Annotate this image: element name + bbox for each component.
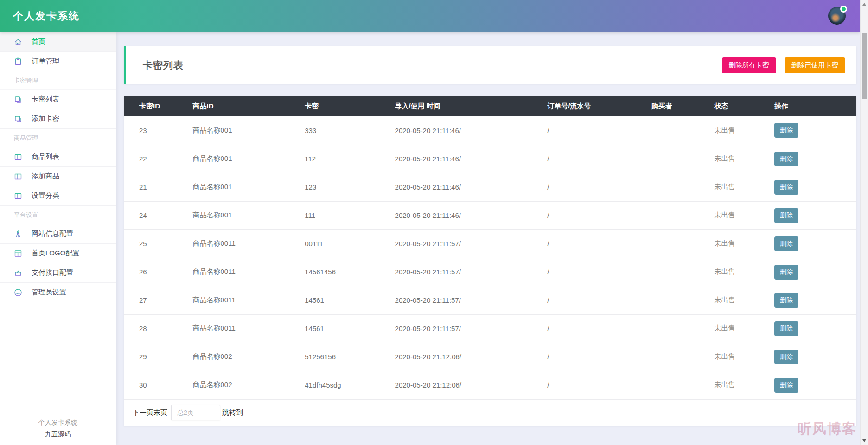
scroll-up-arrow-icon[interactable] <box>862 3 866 6</box>
online-status-dot <box>840 6 847 13</box>
cell-buyer <box>651 371 715 399</box>
col-header-time: 导入/使用 时间 <box>395 96 548 116</box>
cell-buyer <box>651 343 715 371</box>
cell-status: 未出售 <box>714 343 774 371</box>
cell-card-id: 28 <box>124 314 193 343</box>
cell-action: 删除 <box>774 145 856 173</box>
sidebar-item-payment-config[interactable]: 支付接口配置 <box>0 263 116 283</box>
sidebar-section-products: 商品管理 <box>0 129 116 147</box>
sidebar-item-label: 支付接口配置 <box>32 268 73 277</box>
delete-used-cards-button[interactable]: 删除已使用卡密 <box>785 57 846 73</box>
table-row: 23 商品名称001 333 2020-05-20 21:11:46/ / 未出… <box>124 116 856 145</box>
sidebar-item-site-info[interactable]: 网站信息配置 <box>0 224 116 244</box>
cell-status: 未出售 <box>714 258 774 286</box>
sidebar-item-category-settings[interactable]: 设置分类 <box>0 186 116 206</box>
cell-time: 2020-05-20 21:11:46/ <box>395 116 548 145</box>
row-delete-button[interactable]: 删除 <box>774 180 798 195</box>
scrollbar-thumb[interactable] <box>862 33 867 99</box>
scroll-down-arrow-icon[interactable] <box>862 439 866 442</box>
row-delete-button[interactable]: 删除 <box>774 350 798 364</box>
cell-buyer <box>651 201 715 229</box>
cell-time: 2020-05-20 21:11:46/ <box>395 173 548 201</box>
footer-system-name: 个人发卡系统 <box>0 419 116 427</box>
vertical-scrollbar[interactable] <box>860 0 868 445</box>
pagination: 下一页 末页 跳转到 <box>124 400 856 426</box>
table-row: 30 商品名称002 41dfh45sdg 2020-05-20 21:12:0… <box>124 371 856 399</box>
watermark: 听风博客 <box>798 420 857 439</box>
avatar[interactable] <box>828 7 846 25</box>
row-delete-button[interactable]: 删除 <box>774 152 798 166</box>
row-delete-button[interactable]: 删除 <box>774 236 798 251</box>
cell-status: 未出售 <box>714 314 774 343</box>
cell-secret: 14561456 <box>305 258 395 286</box>
next-page-link[interactable]: 下一页 <box>133 408 153 417</box>
cell-card-id: 21 <box>124 173 193 201</box>
table-row: 22 商品名称001 112 2020-05-20 21:11:46/ / 未出… <box>124 145 856 173</box>
col-header-product-id: 商品ID <box>193 96 305 116</box>
sidebar-item-product-add[interactable]: 添加商品 <box>0 167 116 186</box>
page-title: 卡密列表 <box>143 59 184 72</box>
cell-secret: 14561 <box>305 314 395 343</box>
cell-product-id: 商品名称0011 <box>193 229 305 258</box>
sidebar-section-platform: 平台设置 <box>0 206 116 224</box>
sidebar-item-home[interactable]: 首页 <box>0 32 116 52</box>
cell-time: 2020-05-20 21:11:46/ <box>395 201 548 229</box>
cell-card-id: 29 <box>124 343 193 371</box>
cell-order-no: / <box>547 173 651 201</box>
sidebar-item-admin-settings[interactable]: 管理员设置 <box>0 283 116 302</box>
cell-buyer <box>651 314 715 343</box>
cell-card-id: 30 <box>124 371 193 399</box>
cell-secret: 51256156 <box>305 343 395 371</box>
row-delete-button[interactable]: 删除 <box>774 208 798 223</box>
delete-all-cards-button[interactable]: 删除所有卡密 <box>722 57 776 73</box>
sidebar-item-label: 添加卡密 <box>32 114 59 123</box>
table-row: 26 商品名称0011 14561456 2020-05-20 21:11:57… <box>124 258 856 286</box>
cell-status: 未出售 <box>714 173 774 201</box>
crown-icon <box>14 269 22 277</box>
sidebar-item-card-list[interactable]: 卡密列表 <box>0 90 116 109</box>
cell-status: 未出售 <box>714 145 774 173</box>
cell-time: 2020-05-20 21:11:57/ <box>395 314 548 343</box>
page-number-input[interactable] <box>171 405 220 420</box>
sidebar-item-orders[interactable]: 订单管理 <box>0 52 116 71</box>
last-page-link[interactable]: 末页 <box>153 408 167 417</box>
table-row: 21 商品名称001 123 2020-05-20 21:11:46/ / 未出… <box>124 173 856 201</box>
sidebar-item-label: 首页 <box>32 38 45 46</box>
sidebar: 首页 订单管理 卡密管理 卡密列表 添加卡密 商品管理 商品列表 添加商品 设置… <box>0 32 116 445</box>
cell-action: 删除 <box>774 173 856 201</box>
sidebar-item-label: 商品列表 <box>32 153 59 161</box>
row-delete-button[interactable]: 删除 <box>774 265 798 280</box>
cell-time: 2020-05-20 21:11:46/ <box>395 145 548 173</box>
cell-action: 删除 <box>774 371 856 399</box>
row-delete-button[interactable]: 删除 <box>774 123 798 138</box>
col-header-action: 操作 <box>774 96 856 116</box>
cell-status: 未出售 <box>714 286 774 314</box>
page-title-card: 卡密列表 删除所有卡密 删除已使用卡密 <box>124 46 856 84</box>
sidebar-item-label: 卡密列表 <box>32 95 59 104</box>
cell-order-no: / <box>547 116 651 145</box>
cell-card-id: 27 <box>124 286 193 314</box>
sidebar-item-product-list[interactable]: 商品列表 <box>0 147 116 167</box>
cell-time: 2020-05-20 21:11:57/ <box>395 286 548 314</box>
cell-buyer <box>651 116 715 145</box>
sidebar-item-logo-config[interactable]: 首页LOGO配置 <box>0 244 116 263</box>
row-delete-button[interactable]: 删除 <box>774 293 798 308</box>
cell-product-id: 商品名称002 <box>193 343 305 371</box>
sidebar-item-label: 首页LOGO配置 <box>32 249 79 258</box>
cell-secret: 00111 <box>305 229 395 258</box>
clipboard-icon <box>14 57 22 66</box>
cell-status: 未出售 <box>714 201 774 229</box>
cell-order-no: / <box>547 286 651 314</box>
cell-secret: 112 <box>305 145 395 173</box>
sidebar-item-card-add[interactable]: 添加卡密 <box>0 109 116 129</box>
smiley-icon <box>14 288 22 297</box>
cell-secret: 14561 <box>305 286 395 314</box>
cell-order-no: / <box>547 229 651 258</box>
row-delete-button[interactable]: 删除 <box>774 321 798 336</box>
copy-icon <box>14 95 22 104</box>
cell-order-no: / <box>547 371 651 399</box>
cell-secret: 111 <box>305 201 395 229</box>
cell-order-no: / <box>547 314 651 343</box>
card-table-panel: 卡密ID 商品ID 卡密 导入/使用 时间 订单号/流水号 购买者 状态 操作 … <box>124 96 856 426</box>
row-delete-button[interactable]: 删除 <box>774 378 798 393</box>
